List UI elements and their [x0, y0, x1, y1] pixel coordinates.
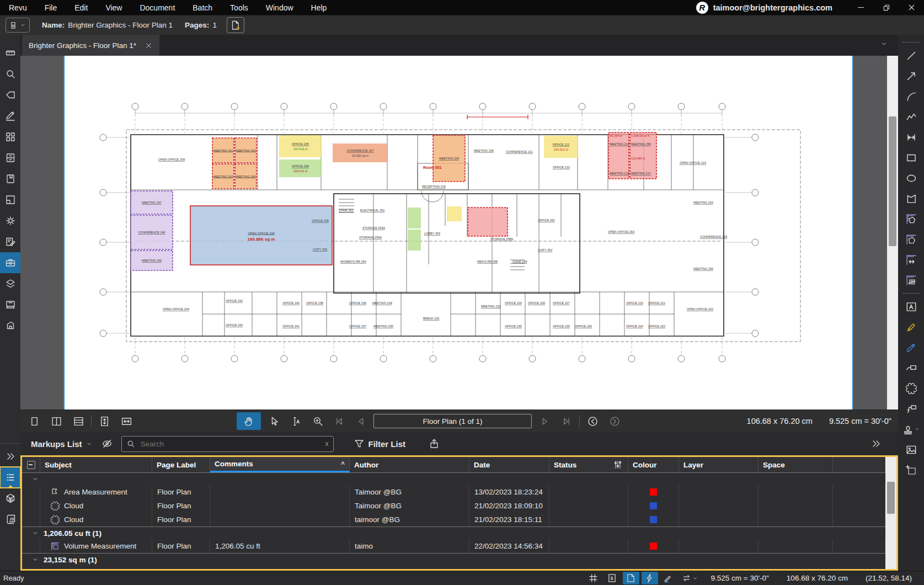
rectangle-tool-button[interactable]	[900, 147, 922, 168]
document-switcher[interactable]	[6, 18, 30, 33]
panel-collapse-button[interactable]	[880, 40, 888, 48]
menu-tools[interactable]: Tools	[221, 0, 257, 15]
restore-button[interactable]	[873, 0, 899, 15]
3d-model-tree-button[interactable]: 3D	[0, 488, 20, 509]
polyline-tool-button[interactable]	[900, 107, 922, 127]
snap-grid-button[interactable]	[642, 572, 658, 584]
callout-tool-button[interactable]	[900, 358, 922, 378]
pen-tool-button[interactable]	[900, 337, 922, 358]
menu-revu[interactable]: Revu	[0, 0, 36, 15]
split-vertical-view-button[interactable]	[47, 412, 66, 430]
markup-row[interactable]: Area MeasurementFloor PlanTaimoor @BG13/…	[22, 485, 885, 499]
menu-help[interactable]: Help	[302, 0, 336, 15]
next-page-button[interactable]	[535, 412, 554, 430]
canvas-vertical-scrollbar[interactable]	[887, 56, 898, 410]
tab-close-button[interactable]	[145, 41, 153, 50]
signatures-panel-button[interactable]	[0, 105, 20, 126]
menu-batch[interactable]: Batch	[184, 0, 221, 15]
minimize-button[interactable]	[848, 0, 873, 15]
menu-view[interactable]: View	[97, 0, 131, 15]
column-header-layer[interactable]: Layer	[679, 457, 759, 472]
cloud-callout-tool-button[interactable]	[900, 398, 922, 419]
markups-table-scrollbar[interactable]	[885, 457, 896, 569]
hide-markups-button[interactable]	[102, 438, 113, 449]
markups-list-menu[interactable]: Markups List	[31, 439, 93, 449]
polygon-tool-button[interactable]	[900, 188, 922, 209]
split-horizontal-view-button[interactable]	[69, 412, 88, 430]
area-measurement-tool-button[interactable]	[900, 209, 922, 229]
last-page-button[interactable]	[557, 412, 576, 430]
menu-window[interactable]: Window	[257, 0, 302, 15]
insert-page-button[interactable]	[227, 17, 244, 33]
next-view-button[interactable]	[605, 412, 624, 430]
studio-panel-button[interactable]	[0, 315, 20, 336]
markup-summary-panel-button[interactable]	[0, 231, 20, 252]
tool-chest-panel-button[interactable]	[0, 252, 20, 273]
flags-panel-button[interactable]	[0, 84, 20, 105]
file-access-panel-button[interactable]	[0, 147, 20, 168]
ellipse-tool-button[interactable]	[900, 168, 922, 188]
markup-row[interactable]: Volume MeasurementFloor Plan1,206.05 cu …	[22, 539, 885, 553]
column-header-comments[interactable]: Comments^	[210, 457, 350, 472]
snap-document-button[interactable]	[623, 572, 639, 584]
group-row[interactable]	[22, 472, 885, 485]
search-panel-button[interactable]	[0, 63, 20, 84]
javascript-console-button[interactable]: JS	[0, 509, 20, 530]
column-header-status[interactable]: Status	[549, 457, 628, 472]
account-email[interactable]: taimoor@brightergraphics.com	[713, 3, 832, 12]
highlight-tool-button[interactable]	[900, 317, 922, 337]
menu-document[interactable]: Document	[131, 0, 184, 15]
previous-view-button[interactable]	[583, 412, 602, 430]
document-tab[interactable]: Brighter Graphics - Floor Plan 1*	[22, 35, 159, 56]
markup-row[interactable]: CloudFloor PlanTaimoor @BG21/02/2023 18:…	[22, 499, 885, 513]
menu-file[interactable]: File	[36, 0, 66, 15]
count-measurement-tool-button[interactable]	[900, 270, 922, 290]
sync-views-button[interactable]	[679, 572, 701, 584]
select-tool-button[interactable]	[264, 412, 283, 430]
arrow-tool-button[interactable]	[900, 66, 922, 86]
close-button[interactable]	[899, 0, 924, 15]
thumbnails-panel-button[interactable]	[0, 126, 20, 147]
previous-page-button[interactable]	[351, 412, 370, 430]
expand-panels-button[interactable]	[0, 446, 20, 467]
clear-search-button[interactable]: x	[325, 440, 329, 448]
arc-tool-button[interactable]	[900, 86, 922, 107]
text-box-tool-button[interactable]	[900, 296, 922, 317]
expand-markups-panel-button[interactable]	[870, 438, 882, 449]
sets-panel-button[interactable]	[0, 294, 20, 315]
line-tool-button[interactable]	[900, 45, 922, 66]
pen-mode-button[interactable]	[660, 572, 677, 584]
bookmarks-panel-button[interactable]	[0, 168, 20, 189]
group-row[interactable]: 1,206.05 cu ft (1)	[22, 526, 885, 539]
page-navigation-field[interactable]: Floor Plan (1 of 1)	[373, 414, 532, 428]
column-header-subject[interactable]: Subject	[40, 457, 152, 472]
markups-list-button[interactable]	[0, 467, 20, 488]
scrollbar-thumb[interactable]	[889, 116, 896, 246]
select-all-checkbox[interactable]	[22, 457, 40, 472]
column-header-page[interactable]: Page Label	[152, 457, 210, 472]
filter-list-button[interactable]: Filter List	[354, 438, 406, 449]
pan-tool-button[interactable]	[237, 412, 261, 430]
zoom-tool-button[interactable]	[308, 412, 327, 430]
image-tool-button[interactable]	[900, 439, 922, 460]
select-text-button[interactable]	[286, 412, 305, 430]
column-header-space[interactable]: Space	[759, 457, 833, 472]
scrollbar-thumb[interactable]	[887, 482, 895, 514]
group-row[interactable]: 23,152 sq m (1)	[22, 553, 885, 566]
dimension-tool-button[interactable]	[900, 127, 922, 147]
fit-width-button[interactable]	[117, 412, 136, 430]
length-measurement-tool-button[interactable]	[900, 249, 922, 270]
cloud-tool-button[interactable]	[900, 378, 922, 398]
single-page-view-button[interactable]	[25, 412, 44, 430]
column-header-author[interactable]: Author	[350, 457, 469, 472]
column-header-colour[interactable]: Colour	[628, 457, 679, 472]
snap-content-button[interactable]: 5	[604, 572, 621, 584]
grid-toggle-button[interactable]	[585, 572, 602, 584]
properties-panel-button[interactable]	[0, 210, 20, 231]
first-page-button[interactable]	[329, 412, 348, 430]
document-canvas[interactable]: MEETING 201MEETING 203MEETING 202MEETING…	[20, 56, 887, 410]
measurements-panel-button[interactable]	[0, 42, 20, 63]
fit-page-button[interactable]	[95, 412, 114, 430]
perimeter-measurement-tool-button[interactable]	[900, 229, 922, 249]
spaces-panel-button[interactable]	[0, 189, 20, 210]
